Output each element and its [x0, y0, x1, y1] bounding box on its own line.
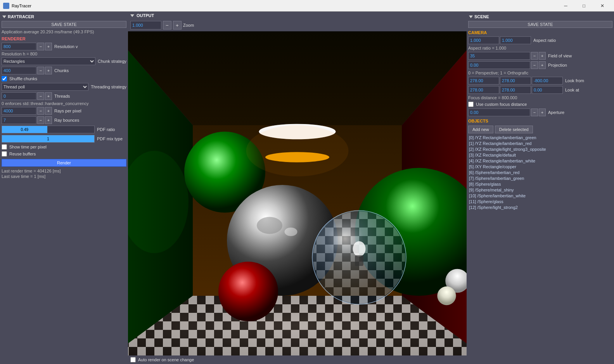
chunks-input[interactable] [2, 67, 36, 74]
look-at-label: Look at [564, 88, 579, 92]
output-triangle-icon[interactable] [130, 14, 134, 17]
rays-per-pixel-label: Rays per pixel [53, 109, 81, 113]
show-time-per-pixel-label: Show time per pixel [9, 145, 47, 149]
rays-per-pixel-plus[interactable]: + [45, 107, 52, 115]
pdf-mix-type-label: PDF mix type [95, 136, 126, 141]
threads-minus[interactable]: − [37, 92, 44, 100]
rays-per-pixel-input[interactable] [2, 107, 36, 115]
scene-triangle-icon[interactable] [469, 16, 473, 18]
objects-buttons: Add new Delete selected [468, 126, 612, 133]
projection-input[interactable] [468, 61, 530, 69]
obj-item-2[interactable]: [2] /XZ Rectangle/light_strong3_opposite [468, 147, 612, 152]
look-from-x[interactable] [468, 77, 499, 85]
auto-render-row: Auto render on scene change [130, 357, 194, 362]
fov-label: Field of view [547, 53, 572, 58]
obj-item-7[interactable]: [7] /Sphere/lambertian_green [468, 176, 612, 181]
projection-row: − + Projection [468, 61, 612, 69]
obj-item-6[interactable]: [6] /Sphere/lambertian_red [468, 170, 612, 175]
zoom-plus-button[interactable]: + [173, 21, 182, 29]
aperture-input[interactable] [468, 109, 530, 116]
look-from-z[interactable] [532, 77, 563, 85]
custom-focus-checkbox[interactable] [468, 102, 474, 107]
aspect-ratio-x-input[interactable] [468, 36, 499, 44]
reuse-buffers-checkbox[interactable] [2, 151, 7, 157]
auto-render-checkbox[interactable] [130, 357, 136, 362]
projection-minus[interactable]: − [531, 61, 538, 69]
delete-selected-button[interactable]: Delete selected [495, 126, 533, 133]
threads-input[interactable] [2, 92, 36, 100]
threads-label: Threads [53, 94, 70, 98]
fov-input[interactable] [468, 52, 530, 60]
app-title: RayTracer [12, 3, 31, 8]
look-at-x[interactable] [468, 86, 499, 94]
maximize-button[interactable]: □ [575, 0, 593, 12]
look-from-y[interactable] [500, 77, 531, 85]
obj-item-1[interactable]: [1] /YZ Rectangle/lambertian_red [468, 141, 612, 146]
aperture-row: − + Aperture [468, 109, 612, 116]
obj-item-11[interactable]: [11] /Sphere/glass [468, 199, 612, 204]
mirror-reflection1 [257, 217, 282, 234]
close-button[interactable]: ✕ [593, 0, 611, 12]
minimize-button[interactable]: ─ [557, 0, 574, 12]
render-button[interactable]: Render [2, 159, 126, 167]
app-icon [3, 3, 9, 9]
resolution-v-plus[interactable]: + [45, 43, 52, 50]
pdf-mix-type-slider[interactable]: 1 [2, 135, 95, 143]
obj-item-10[interactable]: [10] /Sphere/lambertian_white [468, 193, 612, 198]
mirror-reflection2 [285, 228, 297, 236]
aspect-ratio-y-input[interactable] [500, 36, 531, 44]
scene-header-label: SCENE [474, 14, 489, 19]
resolution-h-info: Resolution h = 800 [2, 51, 126, 57]
obj-item-9[interactable]: [9] /Sphere/metal_shiny [468, 187, 612, 193]
shuffle-chunks-checkbox[interactable] [2, 76, 7, 81]
chunk-strategy-select[interactable]: Rectangles Lines Tiles [2, 57, 95, 65]
bottom-bar: Auto render on scene change [128, 355, 467, 364]
scene-header: SCENE [468, 13, 612, 20]
raytracer-header: RAYTRACER [2, 13, 126, 20]
last-save-time: Last save time = 1 [ms] [2, 174, 126, 179]
obj-item-4[interactable]: [4] /XZ Rectangle/lambertian_white [468, 158, 612, 164]
zoom-minus-button[interactable]: − [163, 21, 171, 29]
resolution-v-input[interactable] [2, 43, 36, 50]
app-info: Application average 20.293 ms/frame (49.… [2, 29, 126, 35]
obj-item-3[interactable]: [3] /XZ Rectangle/default [468, 152, 612, 158]
ray-bounces-input[interactable] [2, 116, 36, 124]
aspect-ratio-label: Aspect ratio [532, 38, 556, 43]
fov-plus[interactable]: + [539, 52, 546, 60]
chunk-strategy-label: Chunk strategy [96, 59, 126, 64]
add-new-button[interactable]: Add new [468, 126, 493, 133]
obj-item-8[interactable]: [8] /Sphere/glass [468, 181, 612, 187]
threading-strategy-select[interactable]: Thread poll Single thread Async [2, 83, 88, 91]
figure-head [353, 241, 366, 257]
threading-strategy-row: Thread poll Single thread Async Threadin… [2, 83, 126, 91]
look-at-z[interactable] [532, 86, 563, 94]
show-time-per-pixel-checkbox[interactable] [2, 144, 7, 150]
threads-plus[interactable]: + [45, 92, 52, 100]
obj-item-5[interactable]: [5] /XY Rectangle/copper [468, 164, 612, 169]
chunks-row: − + Chunks [2, 67, 126, 74]
aperture-plus[interactable]: + [539, 109, 546, 116]
output-header: OUTPUT [128, 12, 467, 19]
auto-render-label: Auto render on scene change [138, 357, 194, 362]
look-at-row: Look at [468, 86, 612, 94]
resolution-v-minus[interactable]: − [37, 43, 44, 50]
aperture-minus[interactable]: − [531, 109, 538, 116]
ray-bounces-minus[interactable]: − [37, 116, 44, 124]
last-render-time: Last render time = 404126 [ms] [2, 168, 126, 174]
raytracer-triangle-icon[interactable] [2, 16, 6, 18]
rays-per-pixel-minus[interactable]: − [37, 107, 44, 115]
ray-bounces-plus[interactable]: + [45, 116, 52, 124]
scene-save-state-button[interactable]: SAVE STATE [468, 21, 612, 28]
save-state-button[interactable]: SAVE STATE [2, 21, 126, 28]
chunks-minus[interactable]: − [37, 67, 44, 74]
chunks-plus[interactable]: + [45, 67, 52, 74]
ray-bounces-label: Ray bounces [53, 118, 79, 122]
projection-plus[interactable]: + [539, 61, 546, 69]
obj-item-12[interactable]: [12] /Sphere/light_strong2 [468, 205, 612, 210]
look-at-y[interactable] [500, 86, 531, 94]
aspect-ratio-info: Aspect ratio = 1.000 [468, 45, 612, 51]
pdf-ratio-slider[interactable]: 0.49 [2, 126, 95, 133]
obj-item-0[interactable]: [0] /YZ Rectangle/lambertian_green [468, 135, 612, 140]
fov-minus[interactable]: − [531, 52, 538, 60]
zoom-input[interactable] [130, 21, 161, 29]
